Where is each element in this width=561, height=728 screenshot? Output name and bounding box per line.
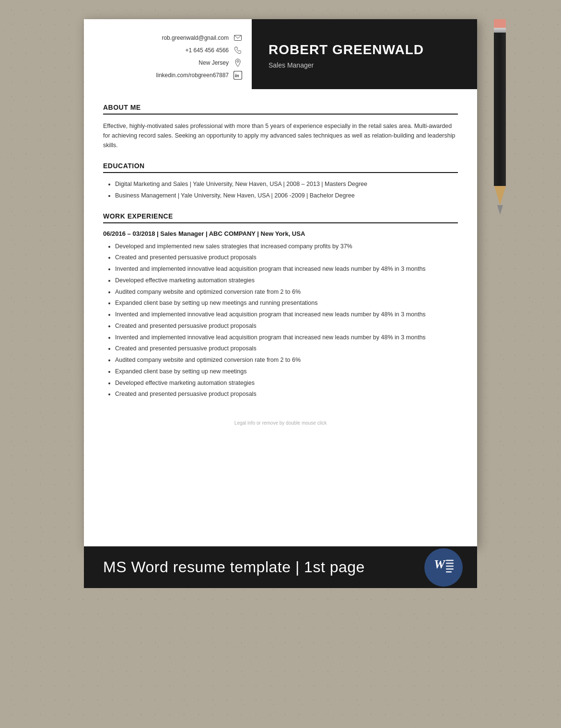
svg-rect-5	[446, 560, 454, 561]
list-item: Developed and implemented new sales stra…	[115, 242, 458, 251]
list-item: Developed effective marketing automation…	[115, 276, 458, 285]
about-section: ABOUT ME Effective, highly-motivated sal…	[103, 104, 458, 150]
list-item: Created and presented persuasive product…	[115, 344, 458, 353]
job-header: 06/2016 – 03/2018 | Sales Manager | ABC …	[103, 230, 458, 237]
legal-footer: Legal info or remove by double mouse cli…	[103, 411, 458, 433]
svg-rect-9	[446, 571, 452, 573]
experience-list: Developed and implemented new sales stra…	[103, 242, 458, 399]
bottom-bar-title: MS Word resume template | 1st page	[103, 558, 365, 576]
svg-rect-7	[446, 566, 454, 567]
education-heading: EDUCATION	[103, 162, 458, 173]
name-section: ROBERT GREENWALD Sales Manager	[252, 19, 477, 89]
svg-text:in: in	[235, 73, 239, 78]
candidate-title: Sales Manager	[269, 61, 463, 69]
about-content: Effective, highly-motivated sales profes…	[103, 121, 458, 150]
phone-row: +1 645 456 4566	[103, 46, 242, 55]
email-row: rob.greenwald@gnail.com	[103, 34, 242, 42]
education-section: EDUCATION Digital Marketing and Sales | …	[103, 162, 458, 200]
list-item: Business Management | Yale University, N…	[115, 191, 458, 200]
svg-point-1	[237, 60, 239, 62]
experience-heading: WORK EXPERIENCE	[103, 212, 458, 223]
list-item: Invented and implemented innovative lead…	[115, 310, 458, 319]
phone-icon	[234, 46, 242, 55]
education-list: Digital Marketing and Sales | Yale Unive…	[103, 180, 458, 200]
list-item: Expanded client base by setting up new m…	[115, 367, 458, 376]
linkedin-icon: in	[234, 71, 242, 80]
location-text: New Jersey	[199, 59, 229, 66]
list-item: Created and presented persuasive product…	[115, 253, 458, 262]
word-badge: W	[424, 548, 463, 587]
svg-text:W: W	[434, 557, 446, 571]
resume-header: rob.greenwald@gnail.com +1 645 456 4566	[84, 19, 477, 89]
resume-body: ABOUT ME Effective, highly-motivated sal…	[84, 89, 477, 447]
list-item: Audited company website and optimized co…	[115, 356, 458, 365]
phone-text: +1 645 456 4566	[186, 47, 229, 54]
list-item: Invented and implemented innovative lead…	[115, 265, 458, 274]
svg-rect-8	[446, 568, 454, 570]
svg-rect-6	[446, 563, 454, 564]
list-item: Developed effective marketing automation…	[115, 379, 458, 388]
linkedin-row: linkedin.com/robgreen67887 in	[103, 71, 242, 80]
pencil-decoration	[491, 19, 508, 235]
list-item: Created and presented persuasive product…	[115, 322, 458, 331]
email-icon	[234, 34, 242, 42]
location-icon	[234, 58, 242, 67]
list-item: Invented and implemented innovative lead…	[115, 333, 458, 342]
resume-paper: rob.greenwald@gnail.com +1 645 456 4566	[84, 19, 477, 546]
list-item: Digital Marketing and Sales | Yale Unive…	[115, 180, 458, 189]
candidate-name: ROBERT GREENWALD	[269, 42, 463, 58]
list-item: Created and presented persuasive product…	[115, 390, 458, 399]
email-text: rob.greenwald@gnail.com	[162, 35, 229, 41]
linkedin-text: linkedin.com/robgreen67887	[156, 72, 229, 79]
list-item: Expanded client base by setting up new m…	[115, 299, 458, 308]
contact-section: rob.greenwald@gnail.com +1 645 456 4566	[84, 19, 252, 89]
resume-wrapper: rob.greenwald@gnail.com +1 645 456 4566	[84, 19, 477, 588]
about-heading: ABOUT ME	[103, 104, 458, 115]
list-item: Audited company website and optimized co…	[115, 288, 458, 297]
location-row: New Jersey	[103, 58, 242, 67]
word-badge-inner: W	[432, 554, 456, 580]
experience-section: WORK EXPERIENCE 06/2016 – 03/2018 | Sale…	[103, 212, 458, 399]
bottom-bar: MS Word resume template | 1st page W	[84, 546, 477, 588]
